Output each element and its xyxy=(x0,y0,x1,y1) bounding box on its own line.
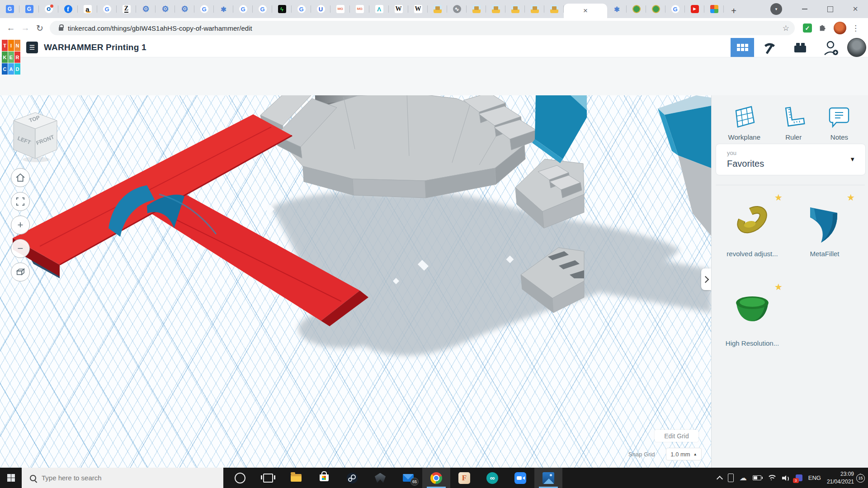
reload-button[interactable]: ↻ xyxy=(33,23,47,33)
snap-grid-dropdown[interactable]: 1.0 mm ▲ xyxy=(666,448,702,460)
tab-flower[interactable] xyxy=(607,2,627,16)
action-center-button[interactable]: 15 xyxy=(860,474,861,482)
minimize-button[interactable] xyxy=(792,0,817,18)
3d-viewport[interactable]: TOP LEFT FRONT + − Edit Grid Snap Grid 1… xyxy=(0,95,711,468)
shape-collection-dropdown[interactable]: you Favorites ▼ xyxy=(716,144,866,175)
favorite-star-icon[interactable]: ★ xyxy=(847,192,855,203)
user-avatar[interactable] xyxy=(847,38,866,57)
tab-facebook[interactable] xyxy=(58,2,78,16)
panel-collapse-button[interactable] xyxy=(701,268,711,290)
forward-button[interactable]: → xyxy=(18,23,33,33)
fit-view-button[interactable] xyxy=(11,192,30,211)
https-lock-icon[interactable] xyxy=(59,27,63,31)
ruler-tool[interactable]: Ruler xyxy=(781,104,806,141)
tab-wikipedia[interactable] xyxy=(389,2,408,16)
tab-robot[interactable] xyxy=(486,2,505,16)
taskbar-search[interactable] xyxy=(22,468,223,488)
close-button[interactable]: ✕ xyxy=(843,0,868,18)
favorite-star-icon[interactable]: ★ xyxy=(774,282,783,292)
edit-grid-button[interactable]: Edit Grid xyxy=(655,430,698,442)
workplane-tool[interactable]: Workplane xyxy=(728,104,760,141)
battery-icon[interactable] xyxy=(753,475,761,480)
checkmark-extension-icon[interactable]: ✓ xyxy=(803,23,812,33)
new-tab-button[interactable]: + xyxy=(727,5,740,17)
tab-gear[interactable] xyxy=(156,2,175,16)
taskbar-app-infinity[interactable] xyxy=(478,468,506,488)
clock[interactable]: 23:09 21/04/2021 xyxy=(827,470,854,485)
tab-robot[interactable] xyxy=(525,2,544,16)
design-list-icon[interactable]: ☰ xyxy=(26,42,38,53)
tab-close-icon[interactable]: × xyxy=(581,6,590,15)
taskbar-app-task-view[interactable] xyxy=(254,468,282,488)
tab-flower[interactable] xyxy=(214,2,233,16)
tab-globe[interactable] xyxy=(447,2,467,16)
taskbar-app-mail[interactable]: 65 xyxy=(394,468,422,488)
tab-mg[interactable] xyxy=(330,2,350,16)
tab-amazon[interactable] xyxy=(78,2,97,16)
tab-autodesk[interactable] xyxy=(369,2,389,16)
browser-profile-avatar[interactable] xyxy=(834,22,846,34)
onedrive-cloud-icon[interactable]: ☁ xyxy=(740,474,747,482)
search-input[interactable] xyxy=(41,474,205,482)
tab-robot[interactable] xyxy=(505,2,525,16)
invite-person-button[interactable] xyxy=(816,39,846,56)
tab-google[interactable] xyxy=(97,2,117,16)
blocks-minecraft-button[interactable] xyxy=(754,40,785,55)
shape-tile-metafillet[interactable]: ★ MetaFillet xyxy=(791,192,859,269)
tab-robot[interactable] xyxy=(467,2,486,16)
tray-expand-icon[interactable] xyxy=(717,475,723,482)
tab-robot[interactable] xyxy=(428,2,447,16)
shape-tile-revolved-adjust[interactable]: ★ revolved adjust... xyxy=(718,192,786,269)
url-text[interactable]: tinkercad.com/things/gbIW4S1ahHS-copy-of… xyxy=(68,24,252,32)
tab-translate[interactable] xyxy=(0,2,19,16)
tab-google[interactable] xyxy=(194,2,214,16)
tab-ultimaker[interactable] xyxy=(311,2,330,16)
bricks-button[interactable] xyxy=(785,40,816,55)
favorite-star-icon[interactable]: ★ xyxy=(774,192,783,203)
tab-google[interactable] xyxy=(253,2,272,16)
tab-google[interactable] xyxy=(665,2,685,16)
tab-google[interactable] xyxy=(233,2,253,16)
profile-caret-icon[interactable]: ▼ xyxy=(770,3,782,15)
wifi-icon[interactable] xyxy=(767,474,776,481)
maximize-button[interactable] xyxy=(817,0,843,18)
language-indicator[interactable]: ENG xyxy=(808,474,821,481)
tab-emblem[interactable] xyxy=(646,2,665,16)
taskbar-app-fusion-360[interactable] xyxy=(450,468,478,488)
editor-grid-view-button[interactable] xyxy=(731,38,754,57)
tab-bolt[interactable] xyxy=(272,2,292,16)
taskbar-app-steam[interactable] xyxy=(338,468,366,488)
tab-wikipedia[interactable] xyxy=(408,2,428,16)
view-cube[interactable]: TOP LEFT FRONT xyxy=(10,110,61,163)
extensions-puzzle-icon[interactable] xyxy=(818,23,827,33)
home-view-button[interactable] xyxy=(11,168,30,187)
tab-tinkercad[interactable] xyxy=(704,2,724,16)
back-button[interactable]: ← xyxy=(4,23,18,33)
taskbar-app-store[interactable] xyxy=(310,468,338,488)
tab-emblem[interactable] xyxy=(627,2,646,16)
shape-tile-high-resolution[interactable]: ★ High Resolution... xyxy=(718,282,786,358)
taskbar-app-chrome[interactable] xyxy=(422,468,450,488)
zoom-out-button[interactable]: − xyxy=(11,239,30,258)
tab-google[interactable] xyxy=(292,2,311,16)
teams-icon[interactable]: 3 xyxy=(796,474,802,481)
tab-youtube[interactable] xyxy=(685,2,704,16)
omnibox[interactable]: tinkercad.com/things/gbIW4S1ahHS-copy-of… xyxy=(50,21,795,35)
tab-gear[interactable] xyxy=(136,2,156,16)
design-title[interactable]: WARHAMMER Printing 1 xyxy=(44,42,146,52)
browser-menu-icon[interactable]: ⋮ xyxy=(852,23,859,33)
tab-outlook[interactable] xyxy=(39,2,58,16)
volume-icon[interactable] xyxy=(782,474,790,481)
tab-gear[interactable] xyxy=(175,2,194,16)
start-button[interactable] xyxy=(0,468,22,488)
zoom-in-button[interactable]: + xyxy=(11,216,30,235)
notes-tool[interactable]: Notes xyxy=(826,104,852,141)
taskbar-app-cortana[interactable] xyxy=(226,468,254,488)
tinkercad-logo[interactable]: TINKERCAD xyxy=(2,40,20,75)
tab-mg[interactable] xyxy=(350,2,369,16)
taskbar-app-photos[interactable] xyxy=(534,468,562,488)
bookmark-star-icon[interactable]: ☆ xyxy=(783,23,789,33)
workplane-view-button[interactable] xyxy=(11,263,30,282)
active-tab[interactable]: × xyxy=(564,4,607,18)
phone-icon[interactable] xyxy=(728,474,734,482)
